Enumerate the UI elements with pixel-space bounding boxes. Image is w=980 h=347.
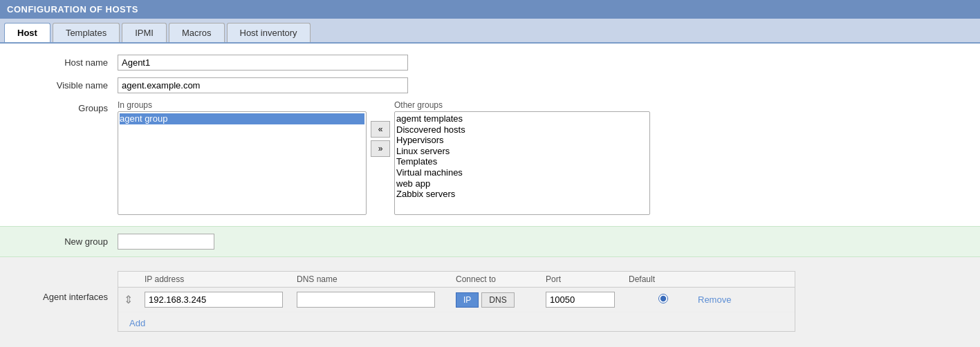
remove-cell: Remove — [698, 294, 753, 305]
agent-interfaces-label: Agent interfaces — [14, 271, 118, 302]
default-cell — [629, 294, 698, 306]
content-area: Host name Visible name Groups In groups … — [0, 44, 980, 226]
tab-ipmi[interactable]: IPMI — [122, 23, 167, 42]
add-interface-link[interactable]: Add — [129, 318, 145, 328]
other-groups-label: Other groups — [394, 100, 650, 110]
tab-host-inventory[interactable]: Host inventory — [227, 23, 311, 42]
connect-ip-button[interactable]: IP — [456, 292, 479, 308]
visiblename-row: Visible name — [14, 77, 966, 93]
visiblename-label: Visible name — [14, 77, 118, 91]
hostname-label: Host name — [14, 55, 118, 68]
ip-address-cell — [145, 292, 297, 308]
connect-dns-button[interactable]: DNS — [481, 292, 514, 308]
in-groups-label: In groups — [118, 100, 367, 110]
tab-host[interactable]: Host — [4, 23, 50, 42]
remove-link[interactable]: Remove — [698, 294, 731, 305]
new-group-section: New group — [0, 226, 980, 257]
drag-handle[interactable]: ⇕ — [124, 293, 145, 306]
tab-templates[interactable]: Templates — [53, 23, 120, 42]
ih-port: Port — [546, 274, 629, 284]
ip-address-input[interactable] — [145, 292, 283, 308]
dns-name-input[interactable] — [297, 292, 435, 308]
groups-label: Groups — [14, 100, 118, 113]
port-input[interactable] — [546, 292, 615, 308]
title-bar: CONFIGURATION OF HOSTS — [0, 0, 980, 19]
arrow-right-button[interactable]: » — [371, 140, 390, 157]
interfaces-table: IP address DNS name Connect to Port Defa… — [118, 271, 795, 332]
tabs-bar: Host Templates IPMI Macros Host inventor… — [0, 19, 980, 44]
groups-container: In groups agent group « » Other groups a… — [118, 100, 650, 215]
table-row: ⇕ IP DNS — [118, 288, 795, 312]
default-radio[interactable] — [658, 294, 668, 303]
groups-row: Groups In groups agent group « » Other g… — [14, 100, 966, 215]
interfaces-footer: Add — [118, 312, 795, 331]
new-group-input[interactable] — [118, 234, 214, 250]
tab-macros[interactable]: Macros — [169, 23, 225, 42]
ih-remove — [698, 274, 753, 284]
ih-dns: DNS name — [297, 274, 456, 284]
arrow-left-button[interactable]: « — [371, 121, 390, 138]
dns-name-cell — [297, 292, 456, 308]
ih-ip: IP address — [145, 274, 297, 284]
hostname-row: Host name — [14, 55, 966, 71]
new-group-row: New group — [14, 234, 966, 250]
agent-interfaces-section: Agent interfaces IP address DNS name Con… — [0, 264, 980, 339]
other-groups-wrap: Other groups agemt templates Discovered … — [394, 100, 650, 215]
interfaces-header: IP address DNS name Connect to Port Defa… — [118, 272, 795, 288]
hostname-input[interactable] — [118, 55, 408, 71]
ih-drag — [124, 274, 145, 284]
port-cell — [546, 292, 629, 308]
ih-connect: Connect to — [456, 274, 546, 284]
in-groups-wrap: In groups agent group — [118, 100, 367, 215]
agent-interfaces-row: Agent interfaces IP address DNS name Con… — [14, 271, 966, 332]
ih-default: Default — [629, 274, 698, 284]
new-group-label: New group — [14, 236, 118, 247]
arrow-buttons: « » — [371, 100, 390, 157]
in-groups-select[interactable]: agent group — [118, 111, 367, 215]
other-groups-select[interactable]: agemt templates Discovered hosts Hypervi… — [394, 111, 650, 215]
visiblename-input[interactable] — [118, 77, 408, 93]
title-text: CONFIGURATION OF HOSTS — [7, 4, 138, 15]
connect-to-cell: IP DNS — [456, 292, 546, 308]
